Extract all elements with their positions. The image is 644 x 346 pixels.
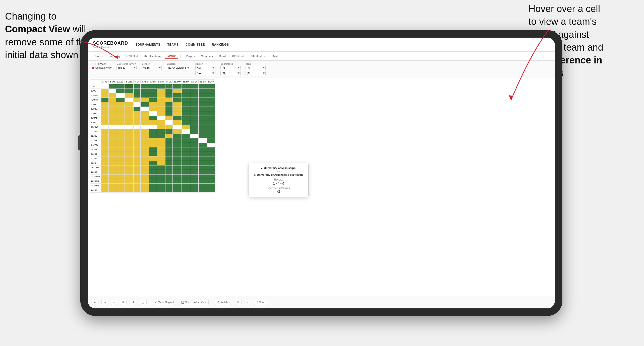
matrix-cell[interactable] (101, 143, 108, 147)
matrix-cell[interactable] (165, 156, 172, 161)
matrix-cell[interactable] (116, 111, 125, 116)
matrix-cell[interactable] (157, 93, 165, 98)
matrix-cell[interactable] (109, 129, 116, 134)
matrix-cell[interactable] (199, 175, 207, 179)
matrix-cell[interactable] (133, 89, 141, 93)
matrix-cell[interactable] (173, 89, 182, 93)
matrix-cell[interactable] (207, 125, 215, 129)
matrix-cell[interactable] (141, 134, 149, 138)
matrix-cell[interactable] (157, 134, 165, 138)
matrix-cell[interactable] (199, 143, 207, 147)
matrix-cell[interactable] (182, 179, 190, 184)
matrix-cell[interactable] (141, 175, 149, 179)
matrix-cell[interactable] (101, 179, 108, 184)
matrix-cell[interactable] (109, 170, 116, 175)
matrix-cell[interactable] (190, 89, 198, 93)
matrix-cell[interactable] (149, 84, 157, 89)
matrix-cell[interactable] (182, 107, 190, 111)
matrix-cell[interactable] (141, 129, 149, 134)
matrix-cell[interactable] (141, 107, 149, 111)
matrix-cell[interactable] (173, 165, 182, 170)
matrix-cell[interactable] (157, 152, 165, 156)
matrix-cell[interactable] (101, 184, 108, 188)
nav-rankings[interactable]: RANKINGS (212, 42, 229, 47)
matrix-cell[interactable] (125, 147, 133, 152)
matrix-cell[interactable] (149, 125, 157, 129)
matrix-cell[interactable] (157, 129, 165, 134)
matrix-cell[interactable] (190, 161, 198, 165)
matrix-cell[interactable] (157, 125, 165, 129)
matrix-cell[interactable] (182, 134, 190, 138)
matrix-cell[interactable] (165, 175, 172, 179)
matrix-cell[interactable] (109, 120, 116, 125)
matrix-cell[interactable] (182, 125, 190, 129)
matrix-cell[interactable] (157, 84, 165, 89)
matrix-cell[interactable] (199, 170, 207, 175)
matrix-cell[interactable] (125, 84, 133, 89)
matrix-cell[interactable] (133, 134, 141, 138)
matrix-cell[interactable] (165, 134, 172, 138)
matrix-cell[interactable] (125, 138, 133, 143)
matrix-cell[interactable] (109, 188, 116, 193)
matrix-cell[interactable] (165, 138, 172, 143)
matrix-cell[interactable] (207, 98, 215, 102)
matrix-container[interactable]: 1. AU 2. VU 3. ASU 4. UNC 5. UT 6. FSU 7… (88, 77, 555, 297)
matrix-cell[interactable] (101, 111, 108, 116)
matrix-cell[interactable] (101, 129, 108, 134)
matrix-cell[interactable] (173, 93, 182, 98)
matrix-cell[interactable] (157, 161, 165, 165)
matrix-cell[interactable] (182, 170, 190, 175)
matrix-cell[interactable] (109, 147, 116, 152)
matrix-cell[interactable] (190, 98, 198, 102)
matrix-cell[interactable] (199, 179, 207, 184)
matrix-cell[interactable] (109, 161, 116, 165)
matrix-cell[interactable] (173, 143, 182, 147)
matrix-cell[interactable] (173, 138, 182, 143)
matrix-cell[interactable] (173, 170, 182, 175)
matrix-cell[interactable] (190, 111, 198, 116)
subnav-matrix2[interactable]: Matrix (271, 54, 283, 59)
matrix-cell[interactable] (149, 89, 157, 93)
matrix-cell[interactable] (165, 84, 172, 89)
matrix-cell[interactable] (165, 125, 172, 129)
matrix-cell[interactable] (157, 102, 165, 107)
matrix-cell[interactable] (173, 134, 182, 138)
matrix-cell[interactable] (149, 143, 157, 147)
matrix-cell[interactable] (101, 165, 108, 170)
matrix-cell[interactable] (173, 111, 182, 116)
matrix-cell[interactable] (199, 98, 207, 102)
grid-button[interactable]: ⊞ (120, 300, 127, 305)
matrix-cell[interactable] (116, 188, 125, 193)
matrix-cell[interactable] (149, 93, 157, 98)
matrix-cell[interactable] (125, 93, 133, 98)
matrix-cell[interactable] (141, 179, 149, 184)
matrix-cell[interactable] (109, 138, 116, 143)
matrix-cell[interactable] (133, 161, 141, 165)
matrix-cell[interactable] (190, 175, 198, 179)
matrix-cell[interactable] (199, 107, 207, 111)
matrix-cell[interactable] (101, 116, 108, 120)
matrix-cell[interactable] (182, 84, 190, 89)
subnav-h2h-heatmap2[interactable]: H2H Heatmap (247, 54, 270, 59)
matrix-cell[interactable] (199, 129, 207, 134)
matrix-cell[interactable] (173, 156, 182, 161)
matrix-cell[interactable] (125, 107, 133, 111)
matrix-cell[interactable] (149, 165, 157, 170)
matrix-cell[interactable] (125, 102, 133, 107)
matrix-cell[interactable] (116, 134, 125, 138)
matrix-cell[interactable] (157, 107, 165, 111)
matrix-cell[interactable] (199, 147, 207, 152)
matrix-cell[interactable] (149, 134, 157, 138)
matrix-cell[interactable] (149, 120, 157, 125)
clock-button[interactable]: 🕐 (139, 300, 147, 305)
matrix-cell[interactable] (101, 107, 108, 111)
matrix-cell[interactable] (207, 156, 215, 161)
matrix-cell[interactable] (149, 116, 157, 120)
matrix-cell[interactable] (199, 184, 207, 188)
matrix-cell[interactable] (125, 175, 133, 179)
matrix-cell[interactable] (165, 165, 172, 170)
matrix-cell[interactable] (141, 93, 149, 98)
matrix-cell[interactable] (165, 170, 172, 175)
matrix-cell[interactable] (149, 175, 157, 179)
max-teams-select[interactable]: Top 50 Top 25 All (116, 66, 137, 70)
